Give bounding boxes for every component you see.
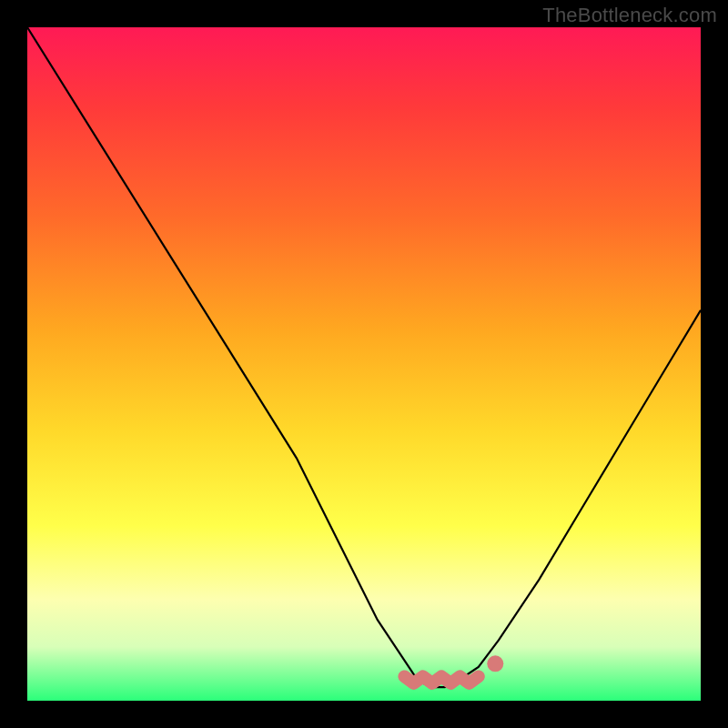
watermark-text: TheBottleneck.com bbox=[542, 4, 717, 27]
chart-frame: TheBottleneck.com bbox=[0, 0, 728, 728]
bottleneck-curve-line bbox=[27, 27, 701, 687]
flat-zone-marker bbox=[404, 676, 478, 682]
flat-zone-end-dot bbox=[487, 655, 503, 672]
bottleneck-curve-svg bbox=[27, 27, 701, 701]
plot-wrapper bbox=[27, 27, 701, 701]
